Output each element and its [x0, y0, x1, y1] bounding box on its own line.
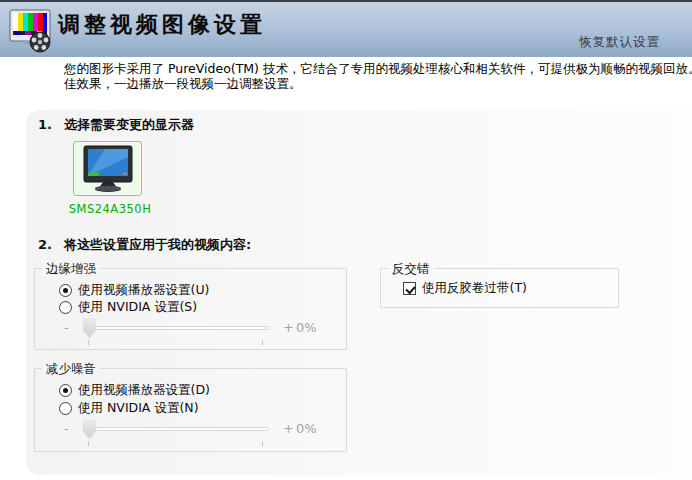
slider-thumb[interactable]	[83, 419, 96, 439]
radio-label[interactable]: 使用视频播放器设置(U)	[78, 282, 209, 299]
slider-track[interactable]	[85, 427, 269, 431]
description-line-2: 佳效果，一边播放一段视频一边调整设置。	[64, 76, 692, 91]
edge-enhancement-slider: - + 0%	[35, 319, 346, 345]
slider-thumb[interactable]	[83, 318, 96, 338]
slider-tick	[262, 340, 263, 345]
edge-enhancement-group: 边缘增强 使用视频播放器设置(U) 使用 NVIDIA 设置(S) - + 0%	[34, 268, 347, 350]
edge-use-player-settings-radio[interactable]: 使用视频播放器设置(U)	[59, 282, 209, 299]
edge-use-nvidia-settings-radio[interactable]: 使用 NVIDIA 设置(S)	[59, 299, 197, 316]
slider-plus-label: +	[283, 320, 294, 335]
section-1-heading: 1.选择需要变更的显示器	[38, 116, 194, 134]
noise-use-player-settings-radio[interactable]: 使用视频播放器设置(D)	[59, 382, 210, 399]
slider-value: 0%	[296, 421, 317, 436]
restore-defaults-link[interactable]: 恢复默认设置	[579, 34, 660, 51]
noise-reduction-group-title: 减少噪音	[42, 361, 100, 378]
edge-enhancement-group-title: 边缘增强	[42, 261, 100, 278]
section-1-number: 1.	[38, 117, 52, 132]
noise-reduction-slider: - + 0%	[35, 420, 346, 446]
section-1-title: 选择需要变更的显示器	[64, 117, 194, 132]
radio-checked-icon[interactable]	[59, 384, 72, 397]
slider-tick	[88, 441, 89, 446]
checkbox-checked-icon[interactable]	[403, 282, 416, 295]
slider-tick	[262, 441, 263, 446]
radio-label[interactable]: 使用视频播放器设置(D)	[78, 382, 210, 399]
inverse-telecine-checkbox[interactable]: 使用反胶卷过带(T)	[403, 280, 527, 297]
deinterlace-group: 反交错 使用反胶卷过带(T)	[380, 268, 619, 308]
radio-label[interactable]: 使用 NVIDIA 设置(S)	[78, 299, 197, 316]
video-image-settings-page: 调整视频图像设置 恢复默认设置 您的图形卡采用了 PureVideo(TM) 技…	[0, 0, 692, 480]
slider-minus-label: -	[64, 320, 69, 335]
deinterlace-group-title: 反交错	[388, 261, 434, 278]
slider-value: 0%	[296, 320, 317, 335]
section-2-title: 将这些设置应用于我的视频内容:	[64, 237, 251, 252]
video-settings-icon	[9, 8, 55, 54]
monitor-icon	[81, 145, 135, 193]
section-2-number: 2.	[38, 237, 52, 252]
display-tile-sms24a350h[interactable]	[73, 141, 142, 196]
noise-use-nvidia-settings-radio[interactable]: 使用 NVIDIA 设置(N)	[59, 400, 199, 417]
checkbox-label[interactable]: 使用反胶卷过带(T)	[422, 280, 527, 297]
radio-checked-icon[interactable]	[59, 284, 72, 297]
page-header: 调整视频图像设置 恢复默认设置	[0, 0, 692, 57]
slider-track[interactable]	[85, 326, 269, 330]
noise-reduction-group: 减少噪音 使用视频播放器设置(D) 使用 NVIDIA 设置(N) - + 0%	[34, 368, 347, 452]
page-title: 调整视频图像设置	[58, 10, 266, 40]
description-line-1: 您的图形卡采用了 PureVideo(TM) 技术，它结合了专用的视频处理核心和…	[64, 61, 692, 76]
section-2-heading: 2.将这些设置应用于我的视频内容:	[38, 236, 251, 254]
radio-unchecked-icon[interactable]	[59, 402, 72, 415]
display-name-label: SMS24A350H	[50, 202, 170, 216]
radio-label[interactable]: 使用 NVIDIA 设置(N)	[78, 400, 199, 417]
slider-minus-label: -	[64, 421, 69, 436]
slider-tick	[88, 340, 89, 345]
slider-plus-label: +	[283, 421, 294, 436]
radio-unchecked-icon[interactable]	[59, 301, 72, 314]
page-description: 您的图形卡采用了 PureVideo(TM) 技术，它结合了专用的视频处理核心和…	[64, 61, 692, 91]
